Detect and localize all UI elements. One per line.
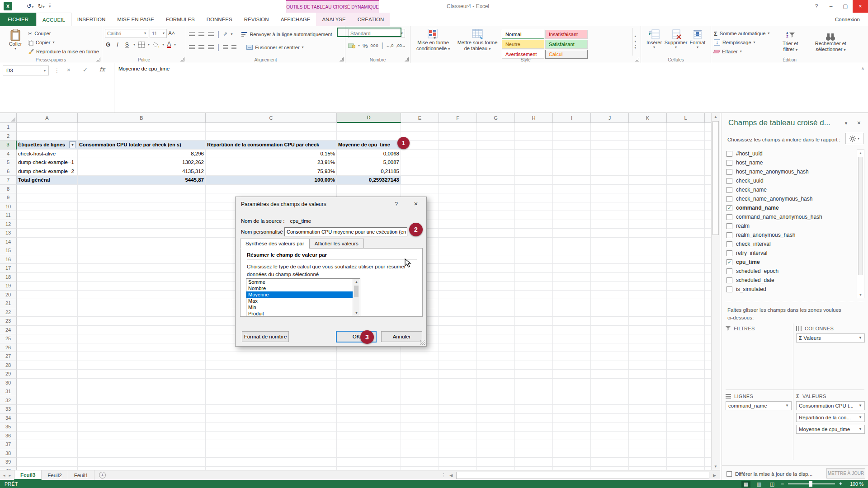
cell-F7[interactable] [439,176,477,185]
field-item-retry-interval[interactable]: retry_interval [725,249,855,258]
cell-I9[interactable] [553,193,591,202]
cell-A1[interactable] [17,123,78,132]
number-format-button[interactable]: Format de nombre [242,331,289,342]
cell-K15[interactable] [629,246,667,255]
cut-button[interactable]: ✂Couper [28,29,99,38]
cell-L15[interactable] [667,246,705,255]
cell-C35[interactable] [206,422,337,432]
cell-C29[interactable] [206,370,337,379]
tab-afficher-les-valeurs[interactable]: Afficher les valeurs [309,239,364,249]
cell-A31[interactable] [17,387,78,396]
cell-H37[interactable] [515,440,553,449]
cell-K26[interactable] [629,343,667,352]
autosum-button[interactable]: ΣSomme automatique▾ [714,29,769,38]
cell-K5[interactable] [629,158,667,167]
cell-I34[interactable] [553,414,591,423]
cell-K24[interactable] [629,326,667,335]
cell-F34[interactable] [439,414,477,423]
cell-I35[interactable] [553,422,591,432]
cell-D28[interactable] [337,361,401,370]
cell-G15[interactable] [477,246,515,255]
help-button[interactable]: ? [809,0,824,13]
cell-K36[interactable] [629,432,667,441]
cell-C33[interactable] [206,405,337,414]
style-chip-satisfaisant[interactable]: Satisfaisant [545,40,588,49]
cell-F23[interactable] [439,317,477,326]
cell-L18[interactable] [667,273,705,282]
cell-B33[interactable] [78,405,206,414]
cell-A24[interactable] [17,326,78,335]
cell-A32[interactable] [17,396,78,405]
cell-D29[interactable] [337,370,401,379]
cell-H10[interactable] [515,202,553,211]
cell-H22[interactable] [515,308,553,317]
cell-K39[interactable] [629,458,667,467]
row-header-17[interactable]: 17 [0,264,17,273]
new-sheet-button[interactable]: + [99,472,106,479]
column-header-E[interactable]: E [401,113,439,123]
cell-G24[interactable] [477,326,515,335]
cell-A26[interactable] [17,343,78,352]
cell-L27[interactable] [667,352,705,361]
cell-F18[interactable] [439,273,477,282]
cell-H14[interactable] [515,238,553,247]
cell-G1[interactable] [477,123,515,132]
grow-font-icon[interactable]: A˄ [168,29,175,38]
cell-B13[interactable] [78,229,206,238]
borders-dropdown[interactable]: ▾ [148,43,150,47]
cell-F37[interactable] [439,440,477,449]
cell-F9[interactable] [439,193,477,202]
cell-A11[interactable] [17,211,78,220]
cell-E35[interactable] [401,422,439,432]
cell-A18[interactable] [17,273,78,282]
cell-J31[interactable] [591,387,629,396]
cell-A17[interactable] [17,264,78,273]
cell-G38[interactable] [477,449,515,458]
borders-icon[interactable] [138,42,145,48]
scroll-up-icon[interactable]: ▲ [712,113,720,120]
cell-K3[interactable] [629,141,667,150]
zoom-percentage[interactable]: 100 % [846,481,863,487]
field-checkbox[interactable] [726,232,732,238]
bold-button[interactable]: G [105,42,111,48]
cell-D1[interactable] [337,123,401,132]
cell-A28[interactable] [17,361,78,370]
row-header-11[interactable]: 11 [0,211,17,220]
pill-dropdown-icon[interactable]: ▼ [785,404,789,408]
cell-I18[interactable] [553,273,591,282]
cell-G19[interactable] [477,282,515,291]
font-size-select[interactable]: 11▾ [150,29,167,38]
cell-C8[interactable] [206,185,337,194]
cell-I14[interactable] [553,238,591,247]
cell-L11[interactable] [667,211,705,220]
cell-J29[interactable] [591,370,629,379]
cell-K27[interactable] [629,352,667,361]
cell-B7[interactable]: 5445,87 [78,176,206,185]
cell-I31[interactable] [553,387,591,396]
cell-G36[interactable] [477,432,515,441]
cell-F14[interactable] [439,238,477,247]
row-header-36[interactable]: 36 [0,432,17,441]
field-checkbox[interactable] [726,196,732,202]
cancel-entry-icon[interactable]: × [67,66,71,73]
cell-I3[interactable] [553,141,591,150]
cell-A23[interactable] [17,317,78,326]
cell-J10[interactable] [591,202,629,211]
cell-J23[interactable] [591,317,629,326]
cell-F31[interactable] [439,387,477,396]
cell-D7[interactable]: 0,259327143 [337,176,401,185]
column-header-J[interactable]: J [591,113,629,123]
cell-B40[interactable] [78,467,206,470]
italic-button[interactable]: I [114,42,121,48]
cell-H30[interactable] [515,379,553,388]
cell-B26[interactable] [78,343,206,352]
cell-F1[interactable] [439,123,477,132]
cell-H4[interactable] [515,150,553,159]
cell-F4[interactable] [439,150,477,159]
cell-D3[interactable]: Moyenne de cpu_time [337,141,401,150]
cell-E37[interactable] [401,440,439,449]
cell-I39[interactable] [553,458,591,467]
sort-filter-button[interactable]: AZ Trier etfiltrer ▾ [774,28,807,56]
cell-L36[interactable] [667,432,705,441]
style-gallery-scroll[interactable]: ▴▾▾ [632,28,638,56]
